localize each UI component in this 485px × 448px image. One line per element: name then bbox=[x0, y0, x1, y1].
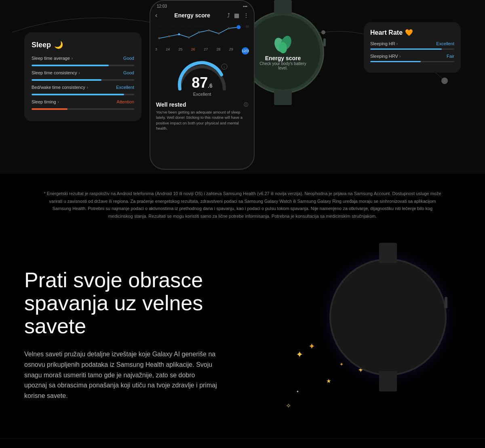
svg-text:100: 100 bbox=[246, 25, 249, 28]
svg-point-9 bbox=[188, 36, 190, 38]
energy-score-display: i 87.6 Excellent bbox=[150, 55, 254, 98]
sleep-bar-1 bbox=[32, 65, 134, 66]
sleep-row-1: Sleep time average › Good bbox=[32, 56, 134, 61]
phone-indicators: ▪▪▪ bbox=[243, 4, 247, 8]
star-5: ✦ bbox=[308, 341, 315, 351]
svg-point-18 bbox=[279, 35, 293, 51]
watch-band-bottom bbox=[274, 91, 292, 105]
sleep-text-area: Prati svoje obrasce spavanja uz velnes s… bbox=[24, 269, 218, 401]
chevron-hr-2: › bbox=[399, 54, 401, 59]
heart-icon: 🧡 bbox=[405, 29, 413, 36]
svg-point-17 bbox=[273, 36, 287, 53]
svg-text:i: i bbox=[224, 65, 225, 69]
phone-status-bar: 12:03 ▪▪▪ bbox=[150, 1, 254, 10]
sleep-row-2-status: Good bbox=[123, 70, 134, 75]
svg-point-3 bbox=[441, 78, 448, 84]
watch-sleep-outer bbox=[329, 259, 447, 376]
more-icon: ⋮ bbox=[243, 12, 249, 19]
sleep-row-3-label: Bed/wake time consistency › bbox=[32, 85, 88, 90]
sleep-row-3: Bed/wake time consistency › Excellent bbox=[32, 85, 134, 90]
svg-point-8 bbox=[178, 34, 180, 36]
hr-status-1: Excellent bbox=[436, 41, 454, 46]
sleep-row-4-status: Attention bbox=[117, 99, 134, 104]
phone-mockup: 12:03 ▪▪▪ ‹ Energy score ⤴ ▦ ⋮ 100 bbox=[150, 0, 255, 170]
svg-point-13 bbox=[228, 27, 230, 29]
well-rested-title: Well rested ⓘ bbox=[156, 101, 248, 108]
watch-sleep-band-top bbox=[379, 243, 397, 263]
watch-energy-sublabel: Check your body's battery level. bbox=[259, 61, 307, 70]
svg-point-6 bbox=[158, 37, 160, 39]
chart-svg: 100 bbox=[155, 22, 249, 44]
chevron-icon-4: › bbox=[58, 100, 59, 104]
sleep-bar-fill-1 bbox=[32, 65, 109, 66]
sleep-bar-fill-3 bbox=[32, 94, 124, 95]
well-rested-section: Well rested ⓘ You've been getting an ade… bbox=[150, 98, 254, 133]
hr-row-1: Sleeping HR › Excellent bbox=[370, 41, 454, 46]
watch-energy-label: Energy score bbox=[265, 55, 301, 61]
chevron-hr-1: › bbox=[396, 42, 398, 46]
phone-header: ‹ Energy score ⤴ ▦ ⋮ bbox=[150, 10, 254, 22]
watch-face: Energy score Check your body's battery l… bbox=[242, 12, 323, 93]
chevron-icon-3: › bbox=[87, 85, 88, 90]
hr-bar-2 bbox=[370, 61, 454, 62]
chevron-icon-2: › bbox=[79, 71, 80, 75]
phone-body: 12:03 ▪▪▪ ‹ Energy score ⤴ ▦ ⋮ 100 bbox=[150, 0, 255, 170]
sleep-row-4: Sleep timing › Attention bbox=[32, 99, 134, 104]
star-7: ✦ bbox=[296, 390, 299, 393]
phone-header-icons: ⤴ ▦ ⋮ bbox=[227, 12, 249, 19]
hr-label-1: Sleeping HR › bbox=[370, 41, 398, 46]
sleep-row-3-status: Excellent bbox=[116, 85, 134, 90]
disclaimer-text: * Energetski rezultat je raspoloživ na A… bbox=[40, 190, 445, 220]
sleep-heading: Prati svoje obrasce spavanja uz velnes s… bbox=[24, 269, 218, 338]
svg-point-14 bbox=[237, 25, 241, 29]
info-icon: ⓘ bbox=[244, 102, 248, 108]
sleep-description: Velnes saveti pružaju detaljne izveštaje… bbox=[24, 349, 218, 401]
share-icon: ⤴ bbox=[227, 12, 230, 19]
svg-point-19 bbox=[278, 42, 287, 54]
sleep-row-1-label: Sleep time average › bbox=[32, 56, 73, 61]
watch-band-top bbox=[274, 0, 292, 14]
star-4: ✧ bbox=[286, 402, 291, 410]
sleep-bar-2 bbox=[32, 79, 134, 81]
energy-score-section: Sleep 🌙 Sleep time average › Good Sleep … bbox=[0, 0, 485, 174]
score-quality-label: Excellent bbox=[193, 92, 211, 97]
moon-icon: 🌙 bbox=[54, 40, 63, 49]
chart-icon: ▦ bbox=[234, 12, 239, 19]
sleep-bar-3 bbox=[32, 94, 134, 95]
sleep-bar-fill-2 bbox=[32, 79, 101, 81]
footer-disclaimer-section: * Velnes saveti su raspoloživi na Androi… bbox=[0, 438, 485, 448]
sleep-title-text: Sleep bbox=[32, 41, 51, 49]
hr-label-2: Sleeping HRV › bbox=[370, 54, 401, 59]
heart-rate-card: Heart Rate 🧡 Sleeping HR › Excellent Sle… bbox=[364, 22, 461, 73]
sleep-bar-4 bbox=[32, 108, 134, 110]
svg-point-7 bbox=[168, 35, 170, 37]
heart-rate-title: Heart Rate 🧡 bbox=[370, 29, 454, 36]
back-icon: ‹ bbox=[155, 12, 157, 19]
sleep-bar-fill-4 bbox=[32, 108, 67, 110]
svg-point-12 bbox=[218, 33, 220, 35]
energy-chart: 100 bbox=[150, 22, 254, 46]
score-number: 87.6 bbox=[192, 76, 213, 90]
phone-time: 12:03 bbox=[157, 4, 167, 8]
sleep-row-4-label: Sleep timing › bbox=[32, 99, 59, 104]
watch-crown bbox=[323, 38, 326, 46]
svg-point-11 bbox=[208, 29, 210, 32]
sleep-row-1-status: Good bbox=[123, 56, 134, 61]
star-1: ✦ bbox=[296, 349, 303, 360]
sleep-patterns-section: ✦ ★ ✦ ✧ ✦ ✦ ✦ Prati svoje obrasce spavan… bbox=[0, 236, 485, 438]
watch-sleep-band-bottom bbox=[379, 371, 397, 391]
hr-row-2: Sleeping HRV › Fair bbox=[370, 54, 454, 59]
sleep-row-2: Sleep time consistency › Good bbox=[32, 70, 134, 75]
chevron-icon: › bbox=[72, 56, 73, 61]
energy-disclaimer-section: * Energetski rezultat je raspoloživ na A… bbox=[0, 174, 485, 236]
phone-header-title: Energy score bbox=[174, 12, 210, 19]
star-2: ★ bbox=[326, 378, 331, 384]
gauge-container: i 87.6 bbox=[174, 59, 230, 91]
hr-bar-1 bbox=[370, 48, 454, 50]
hr-status-2: Fair bbox=[447, 54, 454, 59]
well-rested-text: You've been getting an adequate amount o… bbox=[156, 109, 248, 131]
hr-bar-fill-2 bbox=[370, 61, 421, 62]
watch-sleep-apnea: 🌙 Sleep apnea bbox=[331, 261, 445, 374]
sleep-card-title: Sleep 🌙 bbox=[32, 40, 134, 49]
watch-sleep-crown bbox=[445, 297, 447, 308]
